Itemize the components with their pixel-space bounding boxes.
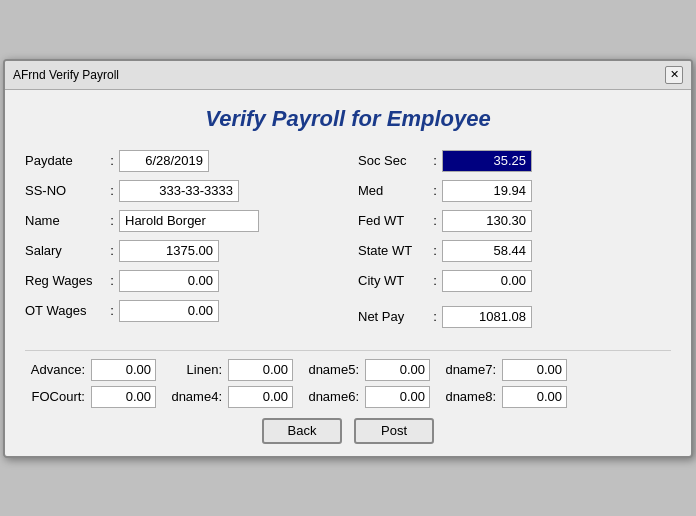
divider <box>25 350 671 351</box>
city-wt-label: City WT <box>358 273 428 288</box>
ssno-label: SS-NO <box>25 183 105 198</box>
content-area: Verify Payroll for Employee Paydate : SS… <box>5 90 691 456</box>
main-window: AFrnd Verify Payroll ✕ Verify Payroll fo… <box>3 59 693 458</box>
dname6-input[interactable] <box>365 386 430 408</box>
soc-sec-row: Soc Sec : <box>358 150 671 172</box>
dname8-input[interactable] <box>502 386 567 408</box>
post-button[interactable]: Post <box>354 418 434 444</box>
deduction-row-2: FOCourt: dname4: dname6: dname8: <box>25 386 567 408</box>
city-wt-input[interactable] <box>442 270 532 292</box>
name-row: Name : <box>25 210 338 232</box>
name-input[interactable] <box>119 210 259 232</box>
deductions-rows: Advance: Linen: dname5: dname7: FOCourt:… <box>25 359 567 408</box>
soc-sec-input[interactable] <box>442 150 532 172</box>
dname6-label: dname6: <box>299 389 359 404</box>
state-wt-row: State WT : <box>358 240 671 262</box>
dname8-label: dname8: <box>436 389 496 404</box>
net-pay-row: Net Pay : <box>358 306 671 328</box>
soc-sec-label: Soc Sec <box>358 153 428 168</box>
ssno-row: SS-NO : <box>25 180 338 202</box>
focourt-input[interactable] <box>91 386 156 408</box>
window-title: AFrnd Verify Payroll <box>13 68 119 82</box>
dname5-label: dname5: <box>299 362 359 377</box>
fed-wt-row: Fed WT : <box>358 210 671 232</box>
net-pay-label: Net Pay <box>358 309 428 324</box>
dname7-input[interactable] <box>502 359 567 381</box>
ot-wages-input[interactable] <box>119 300 219 322</box>
fed-wt-label: Fed WT <box>358 213 428 228</box>
salary-label: Salary <box>25 243 105 258</box>
net-pay-input[interactable] <box>442 306 532 328</box>
reg-wages-row: Reg Wages : <box>25 270 338 292</box>
deductions-area: Advance: Linen: dname5: dname7: FOCourt:… <box>25 359 671 408</box>
title-bar: AFrnd Verify Payroll ✕ <box>5 61 691 90</box>
advance-label: Advance: <box>25 362 85 377</box>
focourt-label: FOCourt: <box>25 389 85 404</box>
dname4-input[interactable] <box>228 386 293 408</box>
city-wt-row: City WT : <box>358 270 671 292</box>
linen-input[interactable] <box>228 359 293 381</box>
left-column: Paydate : SS-NO : Name : Salary : <box>25 150 338 336</box>
close-button[interactable]: ✕ <box>665 66 683 84</box>
dname5-input[interactable] <box>365 359 430 381</box>
right-column: Soc Sec : Med : Fed WT : State WT : <box>358 150 671 336</box>
back-button[interactable]: Back <box>262 418 342 444</box>
main-form: Paydate : SS-NO : Name : Salary : <box>25 150 671 336</box>
ot-wages-row: OT Wages : <box>25 300 338 322</box>
name-label: Name <box>25 213 105 228</box>
med-row: Med : <box>358 180 671 202</box>
dname4-label: dname4: <box>162 389 222 404</box>
paydate-label: Paydate <box>25 153 105 168</box>
ot-wages-label: OT Wages <box>25 303 105 318</box>
paydate-row: Paydate : <box>25 150 338 172</box>
state-wt-input[interactable] <box>442 240 532 262</box>
salary-row: Salary : <box>25 240 338 262</box>
state-wt-label: State WT <box>358 243 428 258</box>
med-label: Med <box>358 183 428 198</box>
ssno-input[interactable] <box>119 180 239 202</box>
advance-input[interactable] <box>91 359 156 381</box>
deduction-row-1: Advance: Linen: dname5: dname7: <box>25 359 567 381</box>
paydate-input[interactable] <box>119 150 209 172</box>
page-title: Verify Payroll for Employee <box>25 106 671 132</box>
linen-label: Linen: <box>162 362 222 377</box>
reg-wages-input[interactable] <box>119 270 219 292</box>
salary-input[interactable] <box>119 240 219 262</box>
med-input[interactable] <box>442 180 532 202</box>
fed-wt-input[interactable] <box>442 210 532 232</box>
reg-wages-label: Reg Wages <box>25 273 105 288</box>
dname7-label: dname7: <box>436 362 496 377</box>
buttons-row: Back Post <box>25 418 671 444</box>
